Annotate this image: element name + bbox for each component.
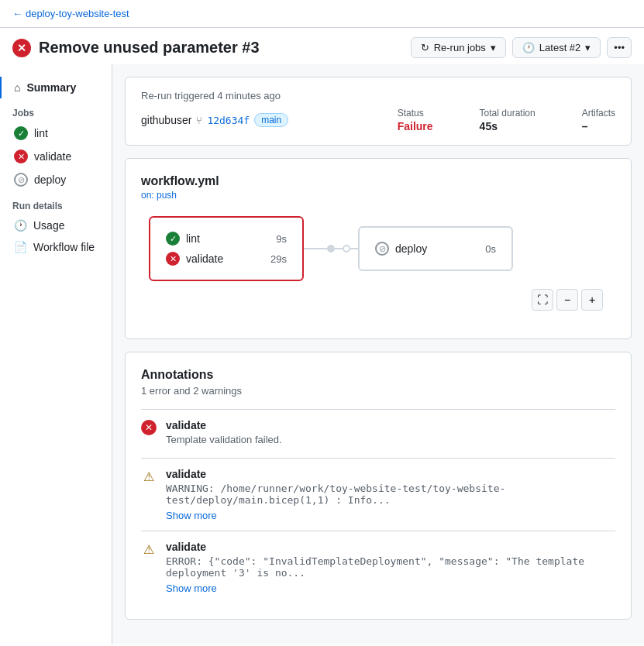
connector-line-left xyxy=(304,248,327,249)
sidebar-jobs-section: Jobs xyxy=(0,98,112,122)
zoom-in-button[interactable]: + xyxy=(581,289,603,311)
sidebar-item-workflow-file[interactable]: 📄 Workflow file xyxy=(0,236,112,258)
annotation-0-error-icon: ✕ xyxy=(141,420,157,435)
zoom-out-button[interactable]: − xyxy=(556,289,578,311)
duration-col: Total duration 45s xyxy=(480,108,536,132)
annotation-1-content: validate WARNING: /home/runner/work/toy-… xyxy=(166,468,615,521)
sidebar-item-usage[interactable]: 🕐 Usage xyxy=(0,215,112,236)
annotation-2-content: validate ERROR: {"code": "InvalidTemplat… xyxy=(166,541,615,594)
annotation-1-warn-icon: ⚠ xyxy=(141,469,157,484)
annotation-2-job[interactable]: validate xyxy=(166,541,615,553)
job-graph: ✓ lint 9s ✕ validate 29s xyxy=(141,216,615,281)
status-value: Failure xyxy=(398,120,433,132)
lint-graph-label: lint xyxy=(186,232,200,245)
usage-label: Usage xyxy=(33,219,64,232)
more-options-button[interactable]: ••• xyxy=(607,37,632,58)
main-content: Re-run triggered 4 minutes ago githubuse… xyxy=(112,64,644,644)
summary-meta: Re-run triggered 4 minutes ago xyxy=(141,90,615,101)
validate-graph-label: validate xyxy=(186,253,223,265)
artifacts-col: Artifacts – xyxy=(582,108,615,132)
deploy-graph-duration: 0s xyxy=(485,243,496,255)
annotation-0-content: validate Template validation failed. xyxy=(166,419,615,448)
job-row-deploy[interactable]: ⊘ deploy 0s xyxy=(375,239,496,259)
main-layout: ⌂ Summary Jobs ✓ lint ✕ validate ⊘ deplo… xyxy=(0,64,644,644)
connector-line-mid xyxy=(335,248,343,249)
expand-button[interactable]: ⛶ xyxy=(532,289,553,311)
back-link-label: deploy-toy-website-test xyxy=(26,8,129,19)
status-col: Status Failure xyxy=(398,108,433,132)
connector-line-right xyxy=(350,248,358,249)
duration-value: 45s xyxy=(480,120,536,132)
page-header: ✕ Remove unused parameter #3 ↻ Re-run jo… xyxy=(0,28,644,64)
annotation-0-message: Template validation failed. xyxy=(166,434,615,445)
sidebar-run-details-section: Run details xyxy=(0,191,112,215)
latest-label: Latest #2 xyxy=(539,42,581,53)
sidebar: ⌂ Summary Jobs ✓ lint ✕ validate ⊘ deplo… xyxy=(0,64,112,644)
deploy-graph-skip-icon: ⊘ xyxy=(375,242,389,256)
annotation-item-0: ✕ validate Template validation failed. xyxy=(141,409,615,458)
home-icon: ⌂ xyxy=(14,81,20,94)
latest-chevron-icon: ▾ xyxy=(585,42,591,53)
sidebar-item-deploy[interactable]: ⊘ deploy xyxy=(0,168,112,191)
sidebar-item-summary[interactable]: ⌂ Summary xyxy=(0,77,112,98)
workflow-filename: workflow.yml xyxy=(141,174,615,188)
back-link[interactable]: ← deploy-toy-website-test xyxy=(12,8,129,19)
annotation-2-warn-icon: ⚠ xyxy=(141,541,157,557)
workflow-file-icon: 📄 xyxy=(14,241,27,253)
graph-connector xyxy=(304,245,358,253)
deploy-graph-label: deploy xyxy=(395,242,427,255)
lint-success-icon: ✓ xyxy=(14,126,28,140)
rerun-label: Re-run jobs xyxy=(434,42,486,53)
lint-job-name: ✓ lint xyxy=(166,232,200,246)
back-arrow-icon: ← xyxy=(12,8,22,19)
annotation-2-message: ERROR: {"code": "InvalidTemplateDeployme… xyxy=(166,555,615,579)
job-row-validate[interactable]: ✕ validate 29s xyxy=(166,249,287,269)
sidebar-item-validate[interactable]: ✕ validate xyxy=(0,145,112,168)
artifacts-value: – xyxy=(582,120,615,132)
connector-dot-left xyxy=(327,245,335,253)
summary-cols: Status Failure Total duration 45s Artifa… xyxy=(398,108,615,132)
job-row-lint[interactable]: ✓ lint 9s xyxy=(166,229,287,249)
git-icon: ⑂ xyxy=(196,115,202,126)
summary-card: Re-run triggered 4 minutes ago githubuse… xyxy=(125,77,632,146)
workflow-card: workflow.yml on: push ✓ lint 9s xyxy=(125,158,632,339)
summary-commit: githubuser ⑂ 12d634f main xyxy=(141,113,288,127)
rerun-jobs-button[interactable]: ↻ Re-run jobs ▾ xyxy=(411,37,506,58)
annotation-0-job[interactable]: validate xyxy=(166,419,615,431)
duration-label: Total duration xyxy=(480,108,536,119)
validate-duration: 29s xyxy=(270,253,287,265)
validate-error-icon: ✕ xyxy=(14,149,28,163)
commit-user: githubuser xyxy=(141,114,191,126)
page-title: ✕ Remove unused parameter #3 xyxy=(12,39,260,57)
annotation-1-message: WARNING: /home/runner/work/toy-website-t… xyxy=(166,483,615,506)
workflow-trigger: on: push xyxy=(141,190,615,201)
validate-graph-error-icon: ✕ xyxy=(166,252,180,266)
artifacts-label: Artifacts xyxy=(582,108,615,119)
validate-job-name: ✕ validate xyxy=(166,252,223,266)
lint-label: lint xyxy=(34,127,48,139)
more-icon: ••• xyxy=(614,42,625,53)
job-box-left: ✓ lint 9s ✕ validate 29s xyxy=(149,216,304,281)
commit-hash[interactable]: 12d634f xyxy=(207,115,250,126)
workflow-file-label: Workflow file xyxy=(33,241,95,253)
annotation-item-2: ⚠ validate ERROR: {"code": "InvalidTempl… xyxy=(141,531,615,603)
rerun-icon: ↻ xyxy=(421,42,429,53)
connector-dot-right xyxy=(343,245,350,253)
annotations-title: Annotations xyxy=(141,368,615,382)
annotation-1-show-more[interactable]: Show more xyxy=(166,510,217,521)
latest-icon: 🕐 xyxy=(522,42,535,53)
annotation-1-job[interactable]: validate xyxy=(166,468,615,480)
annotation-2-show-more[interactable]: Show more xyxy=(166,582,217,594)
deploy-label: deploy xyxy=(34,174,66,186)
status-label: Status xyxy=(398,108,433,119)
latest-button[interactable]: 🕐 Latest #2 ▾ xyxy=(512,37,601,58)
lint-duration: 9s xyxy=(276,233,287,245)
rerun-chevron-icon: ▾ xyxy=(491,42,496,53)
branch-badge[interactable]: main xyxy=(254,113,288,127)
sidebar-item-lint[interactable]: ✓ lint xyxy=(0,122,112,145)
deploy-skip-icon: ⊘ xyxy=(14,173,28,187)
top-bar: ← deploy-toy-website-test xyxy=(0,0,644,28)
annotation-item-1: ⚠ validate WARNING: /home/runner/work/to… xyxy=(141,458,615,531)
title-error-icon: ✕ xyxy=(12,39,31,57)
annotations-card: Annotations 1 error and 2 warnings ✕ val… xyxy=(125,352,632,620)
